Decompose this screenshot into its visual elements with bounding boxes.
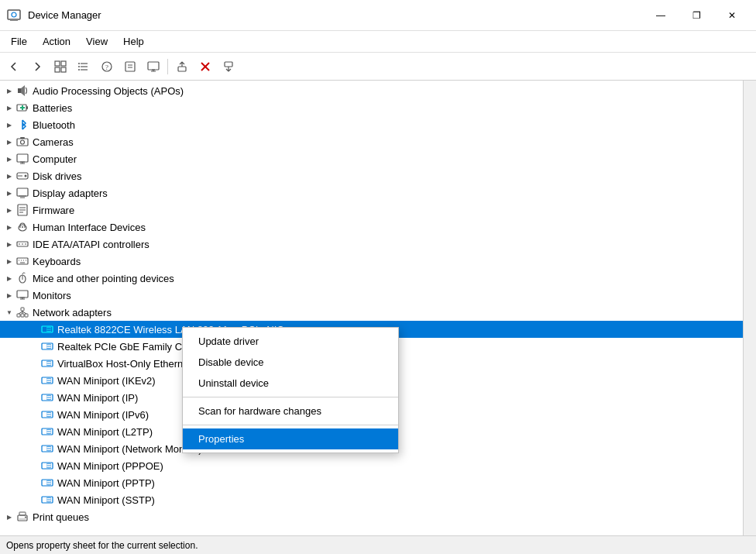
expand-arrow-print-queues[interactable]: ▶ <box>3 511 15 523</box>
tree-item-network-adapters[interactable]: ▼Network adapters <box>0 304 743 321</box>
minimize-button[interactable]: — <box>643 0 679 31</box>
context-menu-item-update-driver[interactable]: Update driver <box>183 331 398 352</box>
tree-item-monitors[interactable]: ▶Monitors <box>0 287 743 304</box>
close-button[interactable]: ✕ <box>714 0 750 31</box>
device-tree[interactable]: ▶Audio Processing Objects (APOs)▶Batteri… <box>0 81 743 535</box>
context-menu-item-disable-device[interactable]: Disable device <box>183 352 398 373</box>
tree-label-batteries: Batteries <box>33 102 72 114</box>
vertical-scrollbar[interactable] <box>743 81 756 535</box>
tree-item-wan-pptp[interactable]: WAN Miniport (PPTP) <box>0 474 743 491</box>
status-bar: Opens property sheet for the current sel… <box>0 535 756 554</box>
show-list-button[interactable] <box>73 56 94 77</box>
tree-label-wan-pppoe: WAN Miniport (PPPOE) <box>57 460 163 472</box>
forward-button[interactable] <box>26 56 48 77</box>
tree-item-computer[interactable]: ▶Computer <box>0 150 743 167</box>
svg-rect-26 <box>18 88 21 93</box>
tree-label-network-adapters: Network adapters <box>33 307 112 318</box>
context-menu[interactable]: Update driverDisable deviceUninstall dev… <box>182 327 399 453</box>
svg-point-49 <box>22 226 23 228</box>
tree-item-ide[interactable]: ▶IDE ATA/ATAPI controllers <box>0 236 743 253</box>
expand-arrow-computer[interactable]: ▶ <box>3 153 15 165</box>
tree-label-ide: IDE ATA/ATAPI controllers <box>33 239 149 250</box>
context-menu-item-properties[interactable]: Properties <box>183 428 398 449</box>
tree-item-display-adapters[interactable]: ▶Display adapters <box>0 184 743 201</box>
expand-arrow-keyboards[interactable]: ▶ <box>3 255 15 267</box>
update-driver-button[interactable] <box>171 56 193 77</box>
expand-arrow-vbox-host[interactable] <box>28 357 40 370</box>
expand-arrow-mice[interactable]: ▶ <box>3 272 15 284</box>
device-icon-vbox-host <box>40 356 54 370</box>
expand-arrow-hid[interactable]: ▶ <box>3 221 15 233</box>
expand-arrow-cameras[interactable]: ▶ <box>3 136 15 148</box>
show-device-button[interactable] <box>50 56 71 77</box>
expand-arrow-wan-ike[interactable] <box>28 374 40 387</box>
tree-item-disk-drives[interactable]: ▶Disk drives <box>0 167 743 184</box>
tree-item-bluetooth[interactable]: ▶Bluetooth <box>0 116 743 133</box>
menu-help[interactable]: Help <box>115 33 152 50</box>
svg-point-10 <box>78 63 80 64</box>
expand-arrow-wan-ipv6[interactable] <box>28 408 40 421</box>
tree-item-mice[interactable]: ▶Mice and other pointing devices <box>0 270 743 287</box>
tree-item-keyboards[interactable]: ▶Keyboards <box>0 253 743 270</box>
svg-rect-54 <box>17 258 28 264</box>
device-icon-wan-ipv6 <box>40 408 54 422</box>
device-icon-batteries <box>15 101 29 115</box>
menu-action[interactable]: Action <box>35 33 78 50</box>
tree-item-cameras[interactable]: ▶Cameras <box>0 133 743 150</box>
expand-arrow-realtek-gbe[interactable] <box>28 340 40 353</box>
back-button[interactable] <box>3 56 25 77</box>
expand-arrow-wan-pppoe[interactable] <box>28 459 40 472</box>
expand-arrow-monitors[interactable]: ▶ <box>3 289 15 301</box>
tree-item-wan-pppoe[interactable]: WAN Miniport (PPPOE) <box>0 457 743 474</box>
tree-item-batteries[interactable]: ▶Batteries <box>0 99 743 116</box>
title-bar: Device Manager — ❐ ✕ <box>0 0 756 31</box>
expand-arrow-realtek-wifi[interactable] <box>28 323 40 335</box>
expand-arrow-ide[interactable]: ▶ <box>3 238 15 250</box>
tree-label-hid: Human Interface Devices <box>33 222 146 233</box>
help-button[interactable]: ? <box>96 56 118 77</box>
svg-rect-3 <box>55 61 60 66</box>
tree-label-display-adapters: Display adapters <box>33 188 108 199</box>
tree-item-wan-sstp[interactable]: WAN Miniport (SSTP) <box>0 491 743 508</box>
svg-rect-18 <box>148 62 159 70</box>
expand-arrow-audio[interactable]: ▶ <box>3 84 15 97</box>
expand-arrow-wan-pptp[interactable] <box>28 477 40 489</box>
device-icon-disk-drives <box>15 169 29 183</box>
properties-button[interactable] <box>119 56 141 77</box>
device-icon-monitors <box>15 288 29 302</box>
svg-rect-4 <box>61 61 66 66</box>
menu-file[interactable]: File <box>3 33 35 50</box>
expand-arrow-batteries[interactable]: ▶ <box>3 102 15 114</box>
monitor-button[interactable] <box>143 56 164 77</box>
expand-arrow-network-adapters[interactable]: ▼ <box>3 306 15 318</box>
remove-device-button[interactable] <box>194 56 216 77</box>
svg-rect-25 <box>225 62 232 67</box>
status-text: Opens property sheet for the current sel… <box>6 540 198 551</box>
context-menu-item-scan-changes[interactable]: Scan for hardware changes <box>183 401 398 422</box>
tree-label-firmware: Firmware <box>33 205 74 216</box>
expand-arrow-wan-ip[interactable] <box>28 391 40 404</box>
tree-item-print-queues[interactable]: ▶Print queues <box>0 508 743 525</box>
svg-rect-97 <box>19 518 26 520</box>
svg-rect-22 <box>178 67 186 71</box>
expand-arrow-bluetooth[interactable]: ▶ <box>3 119 15 131</box>
svg-rect-15 <box>125 62 135 71</box>
restore-button[interactable]: ❐ <box>679 0 714 31</box>
tree-item-hid[interactable]: ▶Human Interface Devices <box>0 219 743 236</box>
tree-item-firmware[interactable]: ▶Firmware <box>0 201 743 219</box>
toolbar: ? <box>0 53 756 81</box>
context-menu-item-uninstall-device[interactable]: Uninstall device <box>183 373 398 394</box>
menu-view[interactable]: View <box>78 33 115 50</box>
scan-hardware-button[interactable] <box>218 56 239 77</box>
expand-arrow-wan-network[interactable] <box>28 442 40 455</box>
expand-arrow-wan-l2tp[interactable] <box>28 425 40 438</box>
tree-label-print-queues: Print queues <box>33 511 89 523</box>
app-icon <box>6 8 22 23</box>
expand-arrow-wan-sstp[interactable] <box>28 494 40 506</box>
expand-arrow-firmware[interactable]: ▶ <box>3 204 15 216</box>
tree-item-audio[interactable]: ▶Audio Processing Objects (APOs) <box>0 82 743 99</box>
window-title: Device Manager <box>28 9 643 21</box>
device-icon-firmware <box>15 203 29 217</box>
expand-arrow-disk-drives[interactable]: ▶ <box>3 170 15 182</box>
expand-arrow-display-adapters[interactable]: ▶ <box>3 187 15 199</box>
